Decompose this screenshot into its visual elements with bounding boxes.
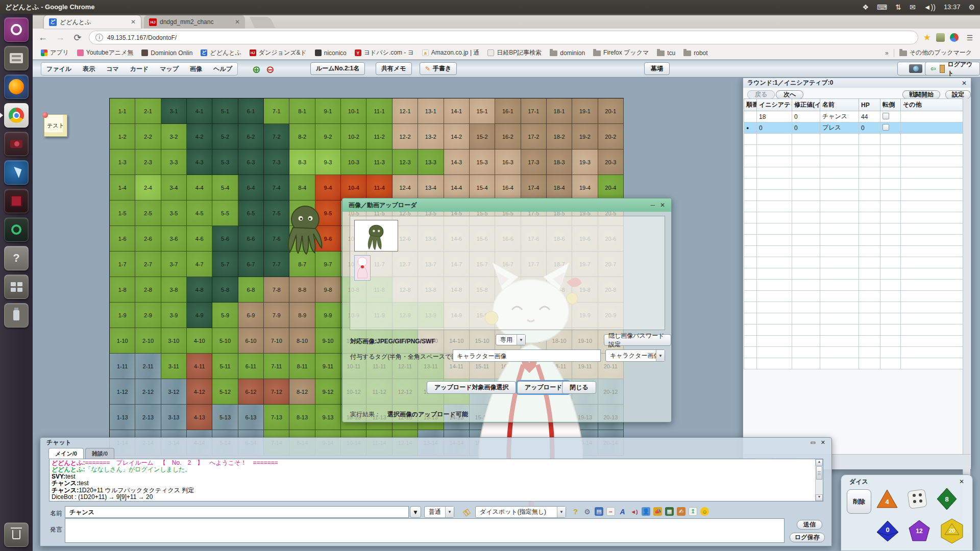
map-cell[interactable]: 1-8 (110, 277, 135, 303)
map-cell[interactable]: 7-4 (264, 175, 289, 201)
map-cell[interactable]: 4-3 (187, 149, 212, 175)
map-cell[interactable]: 6-7 (238, 252, 264, 277)
map-cell[interactable]: 16-2 (495, 124, 521, 149)
map-cell[interactable]: 4-1 (187, 98, 212, 124)
media-player-icon[interactable] (4, 189, 29, 213)
hidden-image-password-button[interactable]: 隠し画像パスワード設定 (604, 334, 671, 346)
tag-preset-select[interactable]: キャラクター画像 ▼ (605, 349, 665, 362)
map-cell[interactable]: 9-8 (315, 277, 341, 303)
graveyard-button[interactable]: 墓場 (644, 62, 670, 75)
shared-memo-button[interactable]: 共有メモ (376, 62, 412, 75)
map-cell[interactable]: 5-13 (212, 405, 238, 430)
battle-start-button[interactable]: 戦闘開始 (902, 90, 940, 99)
chat-log[interactable]: どどんとふ:======= プレイルーム 【 No. 2 】 へようこそ！ ==… (49, 459, 823, 502)
map-cell[interactable]: 5-8 (212, 277, 238, 303)
map-cell[interactable]: 5-11 (212, 354, 238, 379)
forward-button[interactable]: → (54, 32, 66, 43)
close-icon[interactable]: ✕ (821, 439, 825, 446)
map-cell[interactable]: 15-2 (470, 124, 495, 149)
map-cell[interactable]: 9-1 (315, 98, 341, 124)
logout-button[interactable]: ⇦ログアウト (925, 62, 980, 76)
initiative-next-button[interactable]: 次へ (776, 90, 803, 99)
map-cell[interactable]: 3-3 (161, 149, 187, 175)
map-cell[interactable]: 7-12 (264, 379, 289, 405)
fall-checkbox[interactable] (883, 113, 889, 119)
map-cell[interactable]: 4-4 (187, 175, 212, 201)
extension-icon-2[interactable] (950, 33, 959, 42)
map-cell[interactable]: 13-4 (418, 175, 444, 201)
column-header-6[interactable]: その他 (901, 99, 964, 111)
map-cell[interactable]: 15-4 (470, 175, 495, 201)
bookmark-item[interactable]: Dominion Onlin (138, 48, 195, 58)
table-row[interactable]: ●00プレス0 (744, 122, 964, 134)
map-cell[interactable]: 20-1 (598, 98, 624, 124)
map-cell[interactable]: 9-7 (315, 252, 341, 277)
dicebot-select[interactable]: ダイスポット(指定無し) ▼ (475, 506, 566, 518)
map-cell[interactable]: 2-9 (135, 303, 161, 328)
map-cell[interactable]: 3-8 (161, 277, 187, 303)
image-thumbnail-character[interactable] (354, 255, 371, 281)
map-cell[interactable]: 4-2 (187, 124, 212, 149)
handwrite-button[interactable]: ✎手書き (420, 62, 457, 75)
upload-scope-select[interactable]: 専用 ▼ (496, 334, 526, 345)
map-cell[interactable]: 17-4 (521, 175, 547, 201)
network-tool-icon[interactable] (4, 217, 29, 242)
map-cell[interactable]: 1-6 (110, 226, 135, 252)
map-cell[interactable]: 8-3 (289, 149, 315, 175)
map-cell[interactable]: 19-4 (572, 175, 598, 201)
sound-icon[interactable]: ◄) (630, 507, 639, 516)
map-cell[interactable]: 11-1 (366, 98, 392, 124)
map-cell[interactable]: 8-11 (289, 354, 315, 379)
map-cell[interactable]: 17-3 (521, 149, 547, 175)
save-log-button[interactable]: ログ保存 (790, 533, 825, 542)
initiative-table[interactable]: 順番イニシアティブ修正値(イニ名前HP転倒その他180チャンス44●00プレス0 (744, 98, 964, 369)
map-cell[interactable]: 3-10 (161, 328, 187, 354)
tab-close-icon[interactable]: ✕ (131, 18, 136, 26)
map-cell[interactable]: 15-3 (470, 149, 495, 175)
input-arrows-icon[interactable]: ⇅ (895, 3, 901, 11)
usb-storage-icon[interactable] (4, 303, 29, 328)
scroll-down-icon[interactable]: ▼ (816, 494, 823, 501)
font-icon[interactable]: A (618, 507, 627, 516)
map-cell[interactable]: 6-5 (238, 201, 264, 226)
map-cell[interactable]: 6-6 (238, 226, 264, 252)
close-icon[interactable]: ✕ (962, 80, 967, 87)
map-cell[interactable]: 7-2 (264, 124, 289, 149)
menu-item-5[interactable]: 画像 (190, 65, 202, 73)
map-cell[interactable]: 3-12 (161, 379, 187, 405)
map-cell[interactable]: 3-1 (161, 98, 187, 124)
map-cell[interactable]: 12-2 (393, 124, 418, 149)
menu-item-4[interactable]: マップ (160, 65, 179, 73)
extension-icon[interactable] (936, 33, 945, 42)
tab-dodontof[interactable]: ど どどんとふ ✕ (44, 15, 141, 29)
chrome-icon[interactable] (4, 103, 29, 128)
map-cell[interactable]: 4-5 (187, 201, 212, 226)
map-cell[interactable]: 2-13 (135, 405, 161, 430)
book-icon[interactable]: ▤ (595, 507, 603, 516)
film-icon[interactable]: ▦ (665, 507, 674, 516)
back-button[interactable]: ← (37, 32, 49, 43)
volume-icon[interactable]: ◄)) (924, 3, 936, 11)
chat-scrollbar[interactable]: ▲ ▼ (815, 459, 823, 501)
menu-item-1[interactable]: 表示 (83, 65, 95, 73)
column-header-0[interactable]: 順番 (744, 99, 757, 111)
map-cell[interactable]: 5-2 (212, 124, 238, 149)
map-cell[interactable]: 7-9 (264, 303, 289, 328)
keyboard-icon[interactable]: ⌨ (877, 3, 887, 11)
minimize-icon[interactable]: ─ (650, 202, 655, 209)
uploaded-images-list[interactable] (350, 216, 665, 330)
map-cell[interactable]: 18-2 (547, 124, 572, 149)
map-cell[interactable]: 14-1 (444, 98, 470, 124)
map-cell[interactable]: 20-2 (598, 124, 624, 149)
map-cell[interactable]: 4-7 (187, 252, 212, 277)
close-dialog-button[interactable]: 閉じる (562, 381, 596, 394)
map-cell[interactable]: 7-11 (264, 354, 289, 379)
map-cell[interactable]: 1-2 (110, 124, 135, 149)
map-cell[interactable]: 7-7 (264, 252, 289, 277)
help-icon[interactable]: ? (4, 246, 29, 270)
menu-item-3[interactable]: カード (130, 65, 149, 73)
map-cell[interactable]: 15-1 (470, 98, 495, 124)
key-icon[interactable]: ⚿ (462, 507, 472, 518)
close-icon[interactable]: ✕ (959, 478, 964, 485)
d6-die[interactable] (906, 488, 928, 511)
